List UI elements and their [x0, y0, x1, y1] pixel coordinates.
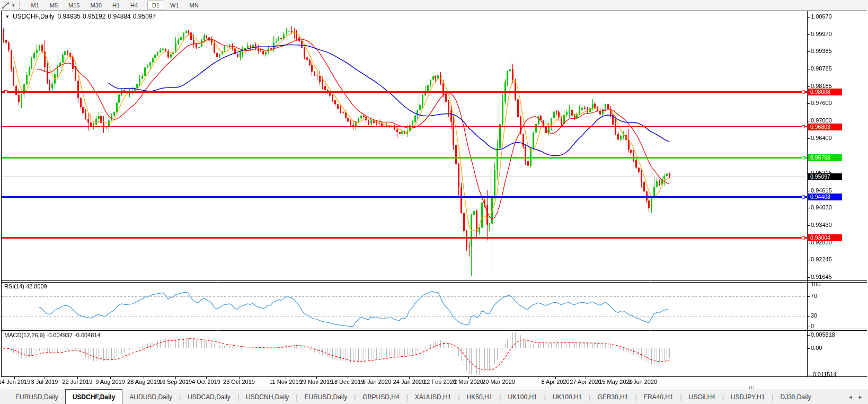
chart-tab-HK50-H1[interactable]: HK50,H1 — [460, 390, 500, 404]
date-axis-label: 6 Jan 2020 — [362, 379, 391, 385]
timeframe-button-M15[interactable]: M15 — [64, 1, 84, 10]
trading-platform-window: ▾ M1M5M15M30H1H4D1W1MN ▼ USDCHF,Daily 0.… — [0, 0, 868, 404]
timeframe-button-MN[interactable]: MN — [185, 1, 203, 10]
date-axis-label: 4 Oct 2019 — [192, 379, 220, 385]
hline-price-label: 0.94408 — [808, 194, 842, 200]
price-axis-label: 0.91645 — [811, 274, 832, 280]
date-axis-label: 16 Sep 2019 — [159, 379, 192, 385]
chart-title: ▼ USDCHF,Daily 0.94935 0.95192 0.94884 0… — [5, 13, 156, 20]
timeframe-button-D1[interactable]: D1 — [147, 1, 164, 10]
date-axis-label: 29 Nov 2019 — [300, 379, 333, 385]
date-axis-label: 28 Aug 2019 — [127, 379, 160, 385]
macd-axis-label: 0.005818 — [811, 331, 835, 338]
ohlc-close: 0.95097 — [133, 13, 156, 20]
chart-tab-USOil-H4[interactable]: USOil,H4 — [682, 390, 722, 404]
chart-tab-USDCHF-Daily[interactable]: USDCHF,Daily — [65, 389, 123, 404]
rsi-indicator-label: RSI(14) 42.8009 — [4, 283, 47, 289]
timeframe-button-M1[interactable]: M1 — [26, 1, 44, 10]
toolbar-separator — [145, 2, 145, 9]
rsi-axis-label: 30 — [811, 312, 817, 319]
price-axis-label: 0.97600 — [811, 100, 832, 106]
macd-axis-label: 0.00 — [811, 345, 822, 351]
hline-price-label: 0.95758 — [808, 154, 842, 161]
hline-price-label: 0.96803 — [808, 124, 842, 130]
date-axis-label: 27 Apr 2020 — [570, 379, 601, 385]
ohlc-low: 0.94884 — [108, 13, 130, 20]
timeframe-toolbar: ▾ M1M5M15M30H1H4D1W1MN — [0, 0, 868, 11]
price-axis-label: 0.92245 — [811, 256, 832, 262]
date-axis-label: 11 Nov 2019 — [269, 379, 302, 385]
chart-tab-DJ30-Daily[interactable]: DJ30,Daily — [773, 390, 818, 404]
date-axis-label: 12 Feb 2020 — [423, 379, 456, 385]
timeframe-button-H1[interactable]: H1 — [108, 1, 125, 10]
chart-tab-UK100-H1[interactable]: UK100,H1 — [501, 390, 544, 404]
current-price-label: 0.95097 — [808, 173, 842, 180]
chart-tab-XAUUSD-H1[interactable]: XAUUSD,H1 — [408, 390, 458, 404]
chart-symbol-period: USDCHF,Daily — [13, 13, 55, 20]
date-axis-label: 3 Jul 2019 — [31, 379, 58, 385]
chart-tab-USDJPY-H1[interactable]: USDJPY,H1 — [724, 390, 772, 404]
chart-tab-GBPUSD-H4[interactable]: GBPUSD,H4 — [356, 390, 406, 404]
date-axis-label: 2 Mar 2020 — [454, 379, 483, 385]
timeframe-button-W1[interactable]: W1 — [165, 1, 184, 10]
rsi-axis-label: 100 — [811, 281, 820, 287]
timeframe-button-M5[interactable]: M5 — [45, 1, 63, 10]
hline-price-label: 0.98008 — [808, 89, 842, 95]
price-axis-label: 0.93430 — [811, 222, 832, 228]
price-axis-label: 0.96400 — [811, 135, 832, 141]
date-axis-label: 8 Apr 2020 — [541, 379, 569, 385]
tab-scroll-right-icon[interactable]: ► — [858, 394, 863, 400]
date-axis-label: 14 Jun 2019 — [0, 379, 30, 385]
rsi-axis-label: 0 — [811, 323, 814, 329]
chart-title-collapse-icon[interactable]: ▼ — [5, 14, 10, 19]
toolbar-grip[interactable] — [19, 2, 23, 9]
trendline-tool-glyph — [2, 2, 10, 8]
macd-axis-label: -0.011514 — [811, 371, 837, 377]
tool-dropdown-caret[interactable]: ▾ — [10, 3, 17, 8]
price-axis-label: 0.97000 — [811, 117, 832, 124]
chart-canvas[interactable] — [0, 0, 868, 404]
chart-tab-bar: EURUSD,DailyUSDCHF,DailyAUDUSD,Daily|USD… — [0, 390, 868, 404]
macd-indicator-label: MACD(12,26,9) -0.004937 -0.004814 — [4, 332, 101, 338]
date-axis-label: 9 Aug 2019 — [95, 379, 125, 385]
tab-scroll-left-icon[interactable]: ◄ — [848, 394, 853, 400]
timeframe-buttons: M1M5M15M30H1H4D1W1MN — [26, 1, 204, 10]
date-axis-label: 18 Dec 2019 — [331, 379, 364, 385]
rsi-axis-label: 70 — [811, 293, 817, 299]
price-axis-label: 0.94030 — [811, 204, 832, 210]
ohlc-open: 0.94935 — [58, 13, 81, 20]
date-axis-label: 23 Oct 2019 — [223, 379, 255, 385]
hline-price-label: 0.93004 — [808, 234, 842, 241]
price-axis-label: 0.94615 — [811, 187, 832, 194]
timeframe-button-M30[interactable]: M30 — [86, 1, 107, 10]
chart-tabs: EURUSD,DailyUSDCHF,DailyAUDUSD,Daily|USD… — [8, 390, 818, 404]
date-axis-label: 24 Jan 2020 — [393, 379, 426, 385]
price-axis-label: 0.98785 — [811, 65, 832, 72]
tab-scroll-nav: ◄ ► — [848, 390, 868, 404]
chart-tab-EURUSD-Daily[interactable]: EURUSD,Daily — [8, 390, 65, 404]
chart-tab-AUDUSD-Daily[interactable]: AUDUSD,Daily — [122, 390, 179, 404]
price-axis-label: 1.00570 — [811, 13, 832, 20]
chart-tab-USDCAD-Daily[interactable]: USDCAD,Daily — [181, 390, 237, 404]
date-axis-label: 22 Jul 2019 — [63, 379, 93, 385]
date-axis-label: 20 Mar 2020 — [482, 379, 515, 385]
ohlc-high: 0.95192 — [83, 13, 105, 20]
chart-tab-GER30-H1[interactable]: GER30,H1 — [590, 390, 635, 404]
timeframe-button-H4[interactable]: H4 — [126, 1, 143, 10]
chart-tab-USDCNH-Daily[interactable]: USDCNH,Daily — [239, 390, 296, 404]
price-axis-label: 0.99970 — [811, 31, 832, 37]
trendline-tool-icon[interactable] — [2, 2, 10, 9]
price-axis-label: 0.99385 — [811, 48, 832, 54]
date-axis-label: 3 Jun 2020 — [628, 379, 657, 385]
chart-tab-FRA40-H1[interactable]: FRA40,H1 — [637, 390, 680, 404]
chart-tab-EURUSD-Daily[interactable]: EURUSD,Daily — [297, 390, 354, 404]
date-axis-label: 15 May 2020 — [599, 379, 633, 385]
chart-tab-UK100-H1[interactable]: UK100,H1 — [546, 390, 589, 404]
